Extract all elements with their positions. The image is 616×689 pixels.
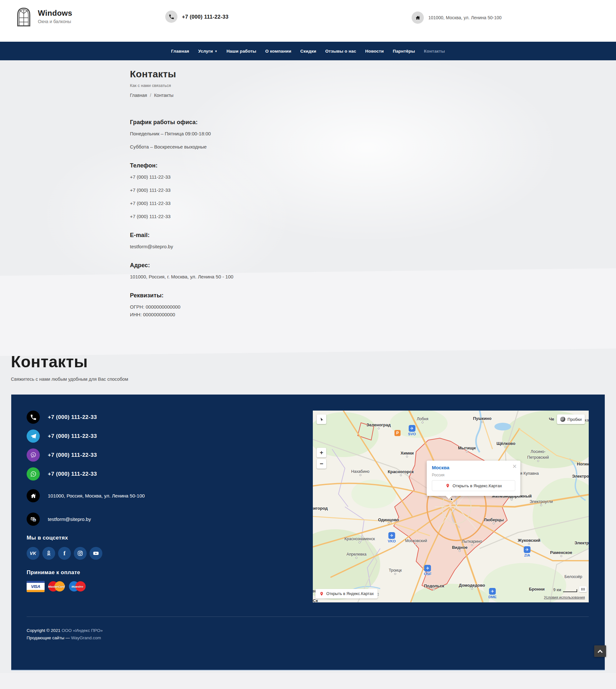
map-city-label: нигород xyxy=(313,506,328,511)
map-city-label: Одинцово xyxy=(378,517,399,522)
nav-item-1[interactable]: Главная xyxy=(167,49,194,53)
page-root: Windows Окна и балконы +7 (000) 111-22-3… xyxy=(0,0,616,689)
social-youtube-icon[interactable] xyxy=(89,547,102,560)
home-icon xyxy=(412,12,424,24)
panel-contact-text[interactable]: +7 (000) 111-22-33 xyxy=(48,414,97,421)
nav-item-5[interactable]: Скидки xyxy=(296,49,321,53)
map-marker-dot xyxy=(450,498,453,501)
scale-label: 9 км xyxy=(553,587,562,592)
phone-icon xyxy=(27,410,40,424)
map-city-label: Ск xyxy=(313,598,318,603)
map-city-label: Ногинс xyxy=(577,462,589,466)
panel-contact-row-6[interactable]: testform@sitepro.by xyxy=(27,513,232,526)
airport-osf: ✈OSF xyxy=(424,565,432,576)
open-in-yandex-maps-button[interactable]: Открыть в Яндекс.Картах xyxy=(315,589,378,599)
info-link[interactable]: +7 (000) 111-22-33 xyxy=(130,214,616,219)
plane-icon: ✈ xyxy=(388,532,395,539)
brand[interactable]: Windows Окна и балконы xyxy=(15,6,72,27)
popup-city-link[interactable]: Москва xyxy=(432,465,449,470)
airport-code: ZIA xyxy=(524,553,531,557)
ruler-icon[interactable] xyxy=(579,586,587,592)
panel-contact-row-3[interactable]: +7 (000) 111-22-33 xyxy=(27,448,232,462)
popup-open-in-yandex-button[interactable]: Открыть в Яндекс.Картах xyxy=(432,480,515,491)
breadcrumb-home-link[interactable]: Главная xyxy=(130,93,147,98)
map-scale: 9 км xyxy=(553,587,577,592)
nav-item-2[interactable]: Услуги▼ xyxy=(194,49,222,53)
airport-code: VKO xyxy=(388,539,396,543)
social-facebook-icon[interactable]: f xyxy=(58,547,71,560)
map-city-label: ка xyxy=(585,418,589,422)
nav-item-7[interactable]: Новости xyxy=(360,49,388,53)
credits-link[interactable]: WayGrand.com xyxy=(71,636,101,640)
panel-contact-row-5[interactable]: 101000, Россия, Москва, ул. Ленина 50-10… xyxy=(27,489,232,502)
info-link[interactable]: +7 (000) 111-22-33 xyxy=(130,187,616,193)
map-city-label: Лосино- xyxy=(531,449,545,454)
map-popup: Москва ✕ Россия Открыть в Яндекс.Картах xyxy=(427,461,521,496)
map-city-label: Электрос xyxy=(572,474,589,479)
panel-contact-text[interactable]: 101000, Россия, Москва, ул. Ленина 50-10… xyxy=(48,493,145,498)
map-city-label: Люберцы xyxy=(484,517,504,522)
info-section-heading: График работы офиса: xyxy=(130,119,616,126)
map-city-label: Мытищи xyxy=(458,446,476,450)
nav-item-9[interactable]: Контакты xyxy=(419,49,449,53)
map-labels: ЗеленоградЛобняПушкиноЧекаМытищиЩёлковоХ… xyxy=(313,410,589,602)
site-header: Windows Окна и балконы +7 (000) 111-22-3… xyxy=(0,0,616,42)
traffic-label: Пробки xyxy=(568,417,582,422)
panel-contact-rows: +7 (000) 111-22-33+7 (000) 111-22-33+7 (… xyxy=(27,410,232,526)
info-link[interactable]: +7 (000) 111-22-33 xyxy=(130,174,616,180)
info-section-1: График работы офиса:Понедельник – Пятниц… xyxy=(130,119,616,150)
panel-contact-text[interactable]: testform@sitepro.by xyxy=(48,516,91,522)
map-city-label: Видное xyxy=(452,545,468,550)
map-city-label: Красногорск xyxy=(388,469,414,474)
map-city-label: Подольск xyxy=(424,583,444,588)
map-pin-icon xyxy=(319,592,324,596)
page-title: Контакты xyxy=(130,69,616,80)
panel-contact-row-1[interactable]: +7 (000) 111-22-33 xyxy=(27,410,232,424)
info-section-2: Телефон:+7 (000) 111-22-33+7 (000) 111-2… xyxy=(130,162,616,219)
whatsapp-icon xyxy=(27,467,40,481)
nav-item-3[interactable]: Наши работы xyxy=(222,49,261,53)
panel-contact-text[interactable]: +7 (000) 111-22-33 xyxy=(48,433,97,440)
panel-contact-text[interactable]: +7 (000) 111-22-33 xyxy=(48,471,97,477)
company-link[interactable]: ООО «Индекс ПРО» xyxy=(62,628,103,633)
info-link[interactable]: +7 (000) 111-22-33 xyxy=(130,200,616,206)
header-address-text: 101000, Москва, ул. Ленина 50-100 xyxy=(428,15,502,20)
open-in-yandex-label: Открыть в Яндекс.Картах xyxy=(326,592,374,596)
panel-contact-row-4[interactable]: +7 (000) 111-22-33 xyxy=(27,467,232,481)
map-pin-icon xyxy=(445,483,450,488)
airport-dme: ✈DME xyxy=(488,588,497,599)
nav-item-8[interactable]: Парнтёры xyxy=(388,49,419,53)
popup-close-icon[interactable]: ✕ xyxy=(512,463,517,470)
panel-contact-text[interactable]: +7 (000) 111-22-33 xyxy=(48,452,97,458)
social-ok-icon[interactable] xyxy=(42,547,55,560)
map-traffic-toggle[interactable]: Пробки xyxy=(557,415,585,424)
map-city-label: Петровский xyxy=(527,455,549,460)
social-instagram-icon[interactable] xyxy=(74,547,87,560)
map-zoom-in-button[interactable]: + xyxy=(317,448,326,458)
info-line: 101000, Россия, г. Москва, ул. Ленина 50… xyxy=(130,274,616,280)
panel-contact-row-2[interactable]: +7 (000) 111-22-33 xyxy=(27,429,232,443)
payment-mastercard-logo: MasterCard xyxy=(47,581,65,592)
telegram-icon xyxy=(27,429,40,443)
info-line: ИНН: 000000000000 xyxy=(130,312,616,317)
map-city-label: Электро xyxy=(575,540,589,545)
scale-line xyxy=(563,589,577,592)
map-geolocation-button[interactable] xyxy=(317,415,326,424)
map-terms-link[interactable]: Условия использования xyxy=(544,595,585,599)
social-vk-icon[interactable]: VK xyxy=(27,547,40,560)
plane-icon: ✈ xyxy=(424,565,431,572)
yandex-map[interactable]: ЗеленоградЛобняПушкиноЧекаМытищиЩёлковоХ… xyxy=(313,410,589,602)
scroll-to-top-button[interactable] xyxy=(594,645,606,657)
plane-icon: ✈ xyxy=(409,425,415,432)
nav-item-6[interactable]: Отзывы о нас xyxy=(321,49,361,53)
social-links: VKf xyxy=(27,547,232,560)
map-zoom-out-button[interactable]: − xyxy=(317,459,326,469)
contact-panel: +7 (000) 111-22-33+7 (000) 111-22-33+7 (… xyxy=(11,395,605,670)
payment-visa-logo: VISA xyxy=(27,581,45,592)
page-subtitle: Как с нами связаться xyxy=(130,83,616,88)
map-city-label: Краснознаменск xyxy=(345,537,375,541)
info-link[interactable]: testform@sitepro.by xyxy=(130,244,616,249)
info-section-5: Реквизиты:ОГРН: 0000000000000ИНН: 000000… xyxy=(130,292,616,317)
nav-item-4[interactable]: О компании xyxy=(261,49,296,53)
header-phone-link[interactable]: +7 (000) 111-22-33 xyxy=(182,14,228,20)
